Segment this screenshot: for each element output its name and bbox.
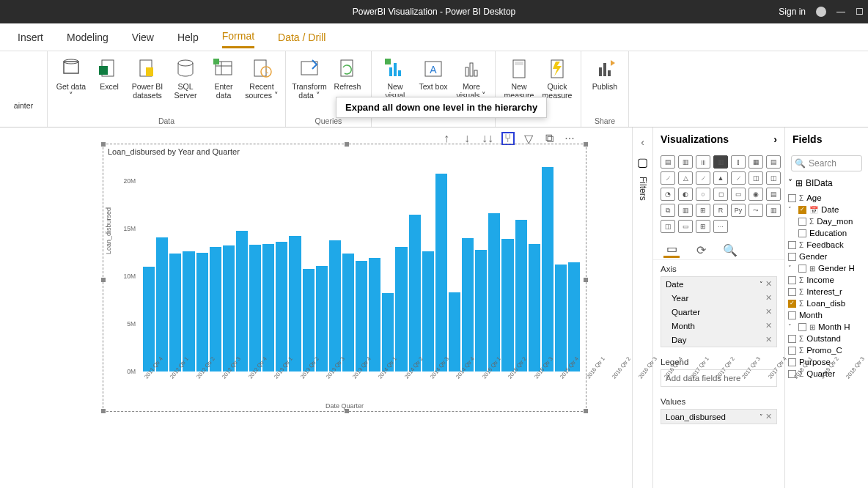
bar[interactable] <box>488 213 500 371</box>
viz-type-button[interactable]: ▥ <box>713 155 728 169</box>
bar[interactable] <box>183 251 194 371</box>
bar[interactable] <box>409 215 421 372</box>
field-row[interactable]: ΣAge <box>785 192 868 204</box>
chevron-left-icon[interactable]: ‹ <box>641 136 644 148</box>
bar[interactable] <box>316 266 328 371</box>
checkbox[interactable] <box>798 218 806 226</box>
viz-type-button[interactable]: ▭ <box>731 188 746 201</box>
field-row[interactable]: ΣInterest_r <box>785 286 868 297</box>
checkbox[interactable] <box>788 241 796 249</box>
viz-type-button[interactable]: ○ <box>696 188 710 201</box>
new-measure-button[interactable]: New measure <box>501 54 537 100</box>
viz-type-button[interactable]: Py <box>731 204 746 217</box>
bar[interactable] <box>342 254 354 371</box>
bar[interactable] <box>422 251 434 371</box>
checkbox[interactable] <box>798 206 806 214</box>
field-row[interactable]: ˅⊞Month H <box>785 321 868 333</box>
bar[interactable] <box>303 269 315 371</box>
bar[interactable] <box>169 254 181 371</box>
bar[interactable] <box>542 167 553 372</box>
menu-view[interactable]: View <box>132 27 154 48</box>
viz-type-button[interactable]: ▭ <box>678 220 693 233</box>
field-row[interactable]: ˅⊞Gender H <box>785 262 868 274</box>
viz-type-button[interactable]: ◔ <box>661 188 675 201</box>
values-well[interactable]: Loan_disbursed˅ ✕ <box>661 409 777 424</box>
checkbox[interactable] <box>788 300 796 308</box>
field-row[interactable]: ΣIncome <box>785 274 868 286</box>
field-row[interactable]: ΣPromo_C <box>785 344 868 356</box>
checkbox[interactable] <box>788 276 796 284</box>
checkbox[interactable] <box>788 253 796 261</box>
viz-type-button[interactable]: ⧉ <box>661 204 675 217</box>
viz-type-button[interactable]: ▤ <box>766 188 781 201</box>
menu-help[interactable]: Help <box>177 27 199 48</box>
bar[interactable] <box>210 247 221 371</box>
viz-type-button[interactable]: ⟋ <box>731 171 746 185</box>
publish-button[interactable]: Publish <box>587 54 622 91</box>
field-row[interactable]: ˅📅Date <box>785 204 868 215</box>
signin-link[interactable]: Sign in <box>779 7 806 17</box>
field-row[interactable]: ΣDay_mon <box>785 215 868 227</box>
get-data-button[interactable]: Get data ˅ <box>54 54 89 100</box>
viz-type-button[interactable]: △ <box>678 171 693 185</box>
sql-server-button[interactable]: SQL Server <box>168 54 203 100</box>
viz-type-button[interactable]: ⊞ <box>696 204 710 217</box>
refresh-button[interactable]: Refresh <box>330 54 365 91</box>
viz-type-button[interactable]: ⫼ <box>696 155 710 169</box>
field-row[interactable]: Gender <box>785 251 868 262</box>
viz-type-button[interactable]: ▥ <box>766 204 781 217</box>
menu-insert[interactable]: Insert <box>18 27 43 48</box>
remove-axis-icon[interactable]: ✕ <box>765 279 772 288</box>
checkbox[interactable] <box>798 323 806 331</box>
bar[interactable] <box>435 174 447 371</box>
bar[interactable] <box>501 239 513 371</box>
more-visuals-button[interactable]: More visuals ˅ <box>454 54 489 100</box>
menu-modeling[interactable]: Modeling <box>67 27 108 48</box>
minimize-button[interactable]: — <box>836 7 845 17</box>
viz-type-button[interactable]: R <box>713 204 728 217</box>
viz-type-button[interactable]: ◫ <box>661 220 675 233</box>
viz-type-button[interactable]: ▥ <box>678 204 693 217</box>
checkbox[interactable] <box>788 194 796 202</box>
bar[interactable] <box>143 267 155 371</box>
chart-visual[interactable]: Loan_disbursed by Year and Quarter Loan_… <box>103 144 586 412</box>
canvas[interactable]: ↑ ↓ ↓↓ ⑂ ▽ ⧉ ··· Loan_disbursed by Year … <box>0 127 632 488</box>
menu-format[interactable]: Format <box>222 26 254 48</box>
bar[interactable] <box>329 240 341 371</box>
format-tab-icon[interactable]: ⟳ <box>693 242 709 258</box>
viz-type-button[interactable]: ▦ <box>749 155 763 169</box>
bar[interactable] <box>395 247 407 371</box>
checkbox[interactable] <box>798 265 806 273</box>
search-input[interactable]: 🔍Search <box>791 155 862 171</box>
analytics-tab-icon[interactable]: 🔍 <box>722 242 738 258</box>
field-row[interactable]: ΣLoan_disb <box>785 297 868 309</box>
format-painter-button[interactable]: ainter <box>6 54 41 110</box>
transform-data-button[interactable]: Transform data ˅ <box>292 54 327 100</box>
viz-type-button[interactable]: ▤ <box>661 155 675 169</box>
bar[interactable] <box>462 238 474 371</box>
viz-type-button[interactable]: ▥ <box>678 155 693 169</box>
bar[interactable] <box>262 244 274 371</box>
bar[interactable] <box>356 261 367 371</box>
bar[interactable] <box>369 258 380 371</box>
viz-type-button[interactable]: ◻ <box>713 188 728 201</box>
field-row[interactable]: ΣFeedback <box>785 239 868 251</box>
chevron-right-icon[interactable]: › <box>773 133 777 145</box>
axis-well[interactable]: Date˅ ✕ Year✕ Quarter✕ Month✕ Day✕ <box>661 276 777 347</box>
viz-type-button[interactable]: ◉ <box>749 188 763 201</box>
bar[interactable] <box>475 250 487 371</box>
viz-type-button[interactable]: ··· <box>713 220 728 233</box>
viz-type-button[interactable]: ▲ <box>713 171 728 185</box>
bar[interactable] <box>196 253 208 371</box>
fields-tab-icon[interactable]: ▭ <box>663 242 680 258</box>
text-box-button[interactable]: AText box <box>416 54 451 91</box>
viz-type-button[interactable]: ⊞ <box>696 220 710 233</box>
viz-type-button[interactable]: ◫ <box>766 171 781 185</box>
checkbox[interactable] <box>788 347 796 355</box>
bar[interactable] <box>249 245 261 371</box>
bar[interactable] <box>289 236 301 371</box>
field-row[interactable]: Education <box>785 227 868 239</box>
bar[interactable] <box>156 237 168 371</box>
enter-data-button[interactable]: Enter data <box>206 54 241 100</box>
checkbox[interactable] <box>788 335 796 343</box>
